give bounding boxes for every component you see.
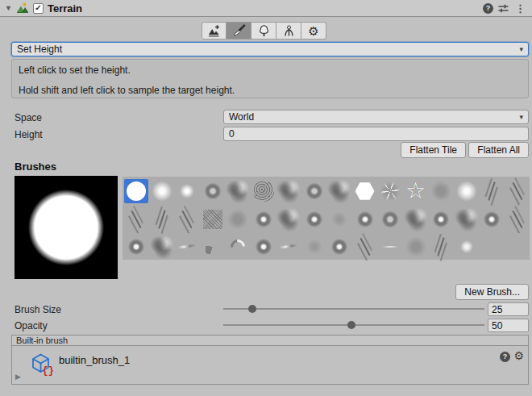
tool-paint-trees[interactable] (251, 22, 276, 40)
brush-thumbnail[interactable] (505, 179, 530, 203)
brush-thumbnail[interactable] (175, 207, 199, 231)
paint-tool-dropdown-value: Set Height (17, 44, 62, 55)
presets-icon[interactable] (497, 2, 509, 15)
height-label: Height (15, 129, 43, 140)
brush-thumbnail[interactable] (226, 207, 250, 231)
terrain-tool-toolbar: ⚙ (202, 22, 326, 40)
brush-thumbnail[interactable] (175, 179, 199, 203)
brush-size-input[interactable]: 25 (488, 302, 529, 316)
new-brush-button[interactable]: New Brush... (455, 284, 529, 300)
flatten-tile-button[interactable]: Flatten Tile (401, 142, 466, 158)
brush-thumbnail (505, 235, 530, 259)
brush-thumbnail[interactable] (276, 207, 301, 231)
brush-thumbnail[interactable] (124, 207, 148, 231)
brush-thumbnail[interactable] (455, 207, 479, 231)
brush-thumbnail[interactable] (505, 207, 530, 231)
brush-thumbnail[interactable] (251, 179, 276, 203)
brush-thumbnail[interactable] (404, 179, 428, 203)
brush-thumbnail[interactable] (429, 207, 453, 231)
flatten-all-button[interactable]: Flatten All (468, 142, 529, 158)
brush-thumbnail[interactable] (276, 235, 301, 259)
brush-thumbnail[interactable] (251, 235, 276, 259)
brush-thumbnail[interactable] (455, 235, 479, 259)
brush-thumbnail[interactable] (251, 207, 276, 231)
tool-paint-details[interactable] (276, 22, 301, 40)
brush-size-label: Brush Size (15, 304, 61, 315)
brush-thumbnail[interactable] (302, 179, 326, 203)
opacity-slider[interactable] (223, 318, 484, 332)
enable-checkbox[interactable]: ✓ (33, 3, 44, 14)
brush-thumbnail[interactable] (175, 235, 199, 259)
builtin-brush-bar-label: Built-in brush (16, 336, 68, 345)
brush-thumbnail[interactable] (353, 207, 377, 231)
opacity-input[interactable]: 50 (488, 319, 529, 332)
brush-thumbnail[interactable] (124, 235, 148, 259)
brush-thumbnail[interactable] (226, 235, 250, 259)
space-label: Space (15, 112, 42, 123)
brush-thumbnail[interactable] (455, 179, 479, 203)
brush-thumbnail[interactable] (480, 207, 504, 231)
brush-thumbnail[interactable] (378, 179, 402, 203)
brush-thumbnail[interactable] (404, 235, 428, 259)
help-line-1: Left click to set the height. (19, 65, 522, 76)
help-line-2: Hold shift and left click to sample the … (19, 85, 522, 96)
brush-thumbnail[interactable] (302, 235, 326, 259)
inspector-header: ▼ ✓ Terrain ? ⋮ (0, 0, 532, 17)
brush-thumbnail[interactable] (353, 179, 377, 203)
brush-thumbnail[interactable] (327, 207, 351, 231)
opacity-value: 50 (492, 320, 502, 331)
brush-thumbnail[interactable] (480, 179, 504, 203)
brush-thumbnail[interactable] (201, 235, 225, 259)
chevron-down-icon: ▾ (519, 113, 523, 121)
height-input[interactable]: 0 (223, 127, 529, 141)
space-dropdown-value: World (229, 111, 254, 123)
brush-thumbnail[interactable] (327, 179, 351, 203)
tool-paint-terrain[interactable] (227, 22, 251, 40)
brush-thumbnail[interactable] (276, 179, 301, 203)
tool-help-box: Left click to set the height. Hold shift… (11, 59, 529, 98)
brush-thumbnail[interactable] (124, 179, 148, 203)
component-foldout-icon[interactable]: ▼ (5, 5, 12, 12)
height-input-value: 0 (229, 128, 235, 140)
builtin-brush-asset-name: builtin_brush_1 (59, 354, 130, 366)
brush-thumbnail[interactable] (327, 235, 351, 259)
gear-icon: ⚙ (308, 25, 318, 37)
space-dropdown[interactable]: World ▾ (223, 110, 529, 124)
brush-thumbnail[interactable] (201, 207, 225, 231)
paint-tool-dropdown[interactable]: Set Height ▾ (11, 42, 529, 56)
brush-thumbnail[interactable] (150, 179, 174, 203)
slider-track (223, 308, 484, 310)
brush-thumbnail[interactable] (302, 207, 326, 231)
tool-terrain-settings[interactable]: ⚙ (301, 22, 326, 40)
context-menu-icon[interactable]: ⋮ (513, 3, 527, 14)
brush-palette (123, 177, 530, 260)
brush-thumbnail[interactable] (150, 235, 174, 259)
asset-foldout-icon[interactable]: ▶ (15, 373, 21, 381)
slider-handle[interactable] (248, 305, 256, 313)
brush-thumbnail (480, 235, 504, 259)
help-icon[interactable]: ? (483, 3, 493, 14)
chevron-down-icon: ▾ (519, 45, 523, 53)
brush-thumbnail[interactable] (226, 179, 250, 203)
brush-thumbnail[interactable] (429, 235, 453, 259)
help-icon[interactable]: ? (500, 352, 510, 362)
opacity-label: Opacity (15, 320, 48, 331)
brushes-section-label: Brushes (15, 160, 56, 173)
brush-thumbnail[interactable] (378, 235, 402, 259)
brush-thumbnail[interactable] (378, 207, 402, 231)
brush-thumbnail[interactable] (150, 207, 174, 231)
slider-handle[interactable] (347, 321, 355, 329)
terrain-icon (16, 2, 29, 15)
builtin-brush-bar: Built-in brush (11, 335, 529, 346)
gear-icon[interactable]: ⚙ (513, 350, 524, 361)
brush-thumbnail[interactable] (353, 235, 377, 259)
tool-create-neighbor-terrains[interactable] (202, 22, 227, 40)
component-title: Terrain (48, 2, 82, 15)
terrain-inspector: ▼ ✓ Terrain ? ⋮ (0, 0, 532, 396)
brush-thumbnail[interactable] (404, 207, 428, 231)
scriptable-object-icon: {} (30, 352, 52, 374)
brush-thumbnail[interactable] (429, 179, 453, 203)
brush-size-slider[interactable] (223, 302, 484, 316)
brush-thumbnail[interactable] (201, 179, 225, 203)
brush-preview (15, 176, 118, 279)
